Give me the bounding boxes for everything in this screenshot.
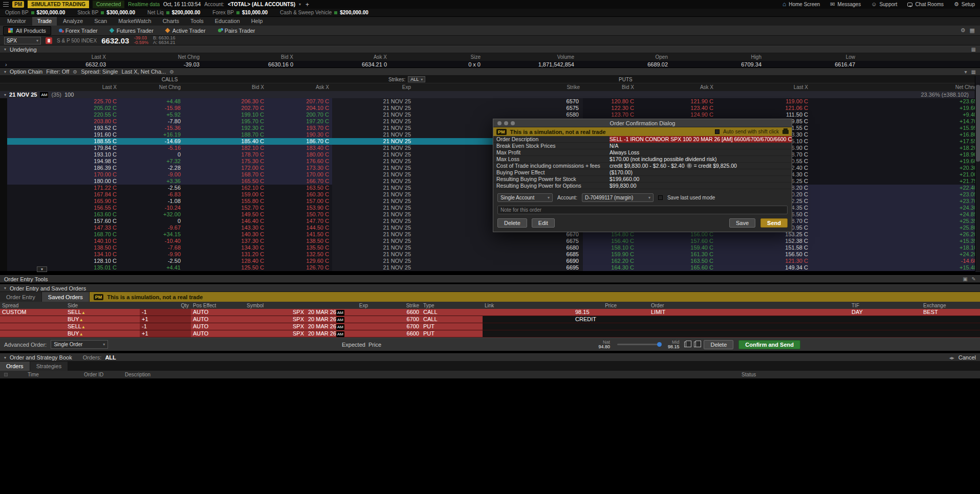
so-price-cell[interactable] [573, 330, 649, 337]
call-last-cell[interactable]: 165.90 C [7, 198, 120, 205]
put-ask-cell[interactable]: 121.90 C [637, 98, 716, 105]
collapse-icon[interactable]: ▾ [4, 70, 6, 74]
call-ask-cell[interactable]: 200.70 C [267, 111, 332, 118]
put-last-cell[interactable]: 149.34 C [716, 264, 811, 271]
call-bid-cell[interactable]: 202.70 C [184, 105, 267, 111]
call-ask-cell[interactable]: 166.70 C [267, 178, 332, 185]
call-last-cell[interactable]: 225.70 C [7, 98, 120, 105]
so-price-cell[interactable] [573, 323, 649, 330]
saved-order-row[interactable]: CUSTOMSELL▲-1▲▼▾AUTOSPX20 MAR 26AM6600CA… [0, 309, 980, 316]
product-tab-active-trader[interactable]: Active Trader [161, 26, 210, 35]
call-net-change-cell[interactable]: +34.15 [120, 231, 184, 238]
option-chain-row[interactable]: 194.98 C+7.32175.30 C176.60 C21 NOV 2566… [0, 158, 980, 165]
call-last-cell[interactable]: 171.22 C [7, 185, 120, 191]
call-ask-cell[interactable]: 153.90 C [267, 205, 332, 211]
window-minimize-icon[interactable] [504, 121, 508, 125]
snapshot-icon[interactable]: ▣ [963, 276, 967, 282]
put-last-cell[interactable]: 121.30 C [716, 258, 811, 264]
call-net-change-cell[interactable]: 0 [120, 218, 184, 224]
option-chain-row[interactable]: 170.00 C-9.00168.70 C170.00 C21 NOV 2566… [0, 171, 980, 178]
option-chain-row[interactable]: 193.52 C-15.36192.30 C193.70 C21 NOV 256… [0, 125, 980, 131]
put-net-change-cell[interactable]: +24.85 [811, 211, 980, 218]
call-bid-cell[interactable]: 146.40 C [184, 218, 267, 224]
call-net-change-cell[interactable]: +4.48 [120, 98, 184, 105]
call-net-change-cell[interactable]: -9.67 [120, 224, 184, 231]
dialog-save-button[interactable]: Save [729, 218, 755, 228]
option-chain-row[interactable]: 157.60 C0146.40 C147.70 C21 NOV 25666015… [0, 218, 980, 224]
price-slider[interactable] [617, 344, 661, 345]
put-net-change-cell[interactable]: +20.30 [811, 165, 980, 171]
put-net-change-cell[interactable]: +21.75 [811, 178, 980, 185]
call-ask-cell[interactable]: 135.50 C [267, 244, 332, 251]
put-last-cell[interactable]: 151.58 C [716, 244, 811, 251]
call-net-change-cell[interactable]: -1.08 [120, 198, 184, 205]
account-select[interactable]: D-70499117 (margin) ▾ [582, 193, 654, 202]
call-ask-cell[interactable]: 193.70 C [267, 125, 332, 131]
put-net-change-cell[interactable]: +15.35 [811, 238, 980, 244]
put-net-change-cell[interactable]: +18.90 [811, 151, 980, 158]
put-net-change-cell[interactable]: +25.35 [811, 218, 980, 224]
scroll-down-indicator[interactable]: ▼ [37, 266, 47, 272]
call-ask-cell[interactable]: 138.50 C [267, 238, 332, 244]
tab-orders[interactable]: Orders [0, 362, 30, 371]
call-last-cell[interactable]: 205.02 C [7, 105, 120, 111]
call-bid-cell[interactable]: 149.50 C [184, 211, 267, 218]
dialog-delete-button[interactable]: Delete [497, 218, 527, 228]
call-net-change-cell[interactable]: +7.32 [120, 158, 184, 165]
call-bid-cell[interactable]: 162.10 C [184, 185, 267, 191]
collapse-left-icon[interactable]: ◂▸ [949, 355, 954, 361]
topbar-item-messages[interactable]: ✉Messages [830, 2, 861, 7]
call-last-cell[interactable]: 168.70 C [7, 231, 120, 238]
call-bid-cell[interactable]: 165.50 C [184, 178, 267, 185]
call-ask-cell[interactable]: 190.30 C [267, 131, 332, 138]
strikes-select[interactable]: ALL ▾ [408, 76, 425, 82]
call-ask-cell[interactable]: 163.50 C [267, 185, 332, 191]
call-last-cell[interactable]: 180.00 C [7, 178, 120, 185]
call-last-cell[interactable]: 147.33 C [7, 224, 120, 231]
put-net-change-cell[interactable]: +25.80 [811, 224, 980, 231]
call-net-change-cell[interactable]: -15.36 [120, 125, 184, 131]
call-bid-cell[interactable]: 175.30 C [184, 158, 267, 165]
symbol-input[interactable]: SPX ▾ [4, 37, 41, 44]
put-ask-cell[interactable]: 161.30 C [637, 251, 716, 258]
call-bid-cell[interactable]: 185.40 C [184, 138, 267, 145]
menu-tab-monitor[interactable]: Monitor [2, 17, 31, 26]
call-bid-cell[interactable]: 178.70 C [184, 151, 267, 158]
call-net-change-cell[interactable]: +32.00 [120, 211, 184, 218]
call-last-cell[interactable]: 138.50 C [7, 244, 120, 251]
call-last-cell[interactable]: 140.10 C [7, 238, 120, 244]
put-net-change-cell[interactable]: +18.20 [811, 145, 980, 151]
call-ask-cell[interactable]: 204.10 C [267, 105, 332, 111]
put-net-change-cell[interactable]: +9.40 [811, 111, 980, 118]
put-bid-cell[interactable]: 120.80 C [583, 98, 637, 105]
call-bid-cell[interactable]: 168.70 C [184, 171, 267, 178]
slider-handle[interactable] [657, 342, 662, 347]
put-net-change-cell[interactable]: +24.20 [811, 251, 980, 258]
put-net-change-cell[interactable]: +18.10 [811, 244, 980, 251]
gear-icon[interactable]: ⚙ [73, 69, 77, 75]
call-net-change-cell[interactable]: +3.36 [120, 178, 184, 185]
call-ask-cell[interactable]: 197.20 C [267, 118, 332, 125]
option-chain-row[interactable]: 156.55 C-10.24152.70 C153.90 C21 NOV 256… [0, 205, 980, 211]
panel-settings-icon[interactable]: ▦ [971, 47, 976, 52]
hamburger-icon[interactable] [3, 2, 9, 7]
spread-control[interactable]: Spread: Single [81, 69, 118, 75]
option-chain-row[interactable]: 128.10 C-2.50128.40 C129.60 C21 NOV 2566… [0, 258, 980, 264]
topbar-item-home-screen[interactable]: ⌂Home Screen [782, 2, 820, 7]
saved-order-row[interactable]: BUY▲+1▲▼▾AUTOSPX20 MAR 26AM6700CALLCREDI… [0, 316, 980, 323]
call-last-cell[interactable]: 170.00 C [7, 171, 120, 178]
call-ask-cell[interactable]: 141.50 C [267, 231, 332, 238]
saved-order-row[interactable]: BUY▲+1▲▼▾AUTOSPX20 MAR 26AM6600PUT [0, 330, 980, 338]
put-net-change-cell[interactable]: +15.48 [811, 264, 980, 271]
product-tab-futures-trader[interactable]: Futures Trader [105, 26, 158, 35]
call-bid-cell[interactable]: 137.30 C [184, 238, 267, 244]
so-price-cell[interactable]: 98.15▲▼LMT [573, 309, 649, 316]
call-last-cell[interactable]: 179.84 C [7, 145, 120, 151]
call-bid-cell[interactable]: 182.10 C [184, 145, 267, 151]
call-bid-cell[interactable]: 155.80 C [184, 198, 267, 205]
put-last-cell[interactable]: 111.50 C [716, 111, 811, 118]
call-ask-cell[interactable]: 173.30 C [267, 165, 332, 171]
topbar-item-chat-rooms[interactable]: Chat Rooms [907, 2, 944, 7]
dialog-edit-button[interactable]: Edit [532, 218, 555, 228]
call-ask-cell[interactable]: 129.60 C [267, 258, 332, 264]
